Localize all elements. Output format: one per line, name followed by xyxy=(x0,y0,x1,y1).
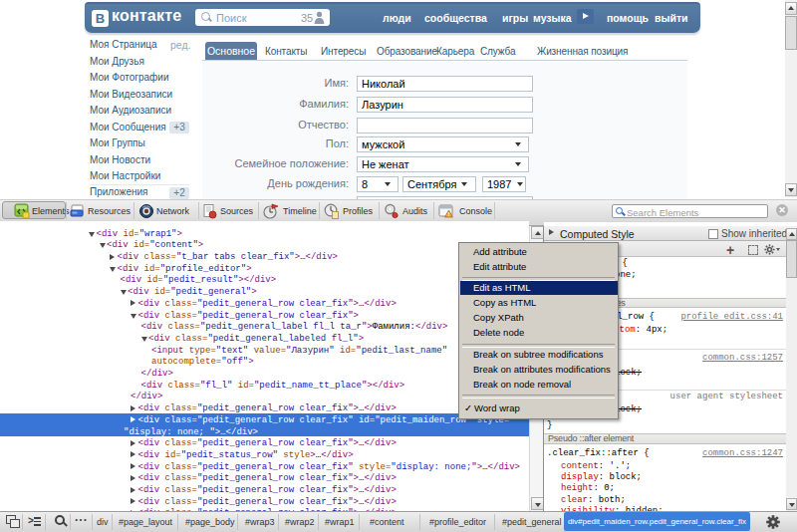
svg-text:!: ! xyxy=(447,211,449,217)
